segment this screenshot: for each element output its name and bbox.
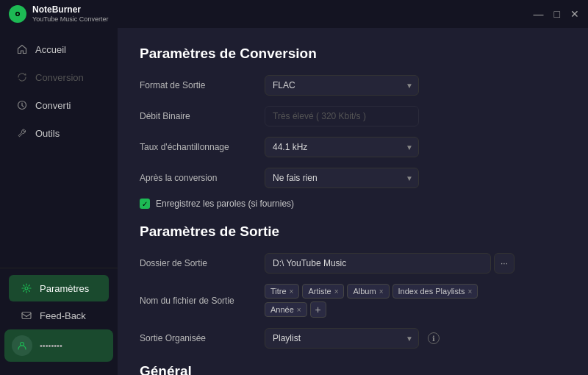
app-name: NoteBurner [32,4,108,15]
dossier-sortie-row: Dossier de Sortie ··· [140,253,566,274]
apres-conversion-select[interactable]: Ne fais rien Ouvrir le dossier [265,168,419,188]
tag-album-remove[interactable]: × [379,288,384,296]
user-name: •••••••• [40,341,62,350]
debit-binaire-label: Débit Binaire [140,111,265,121]
titlebar-left: NoteBurner YouTube Music Converter [9,4,108,23]
dossier-sortie-input[interactable] [265,253,491,274]
sortie-organisee-control: Playlist Artiste Album ▼ ℹ [265,328,440,349]
home-icon [16,43,28,55]
user-avatar [12,335,32,356]
sidebar-item-converti[interactable]: Converti [4,92,113,118]
sidebar-label-converti: Converti [35,100,71,111]
svg-point-2 [17,13,19,15]
app-logo [9,5,26,23]
sidebar-item-feedback[interactable]: Feed-Back [9,302,109,329]
tag-titre-remove[interactable]: × [290,288,294,296]
sidebar-item-outils[interactable]: Outils [4,120,113,146]
app-subtitle: YouTube Music Converter [32,15,108,24]
user-item[interactable]: •••••••• [4,329,113,362]
tag-annee-remove[interactable]: × [297,306,301,314]
tag-artiste-remove[interactable]: × [334,288,339,296]
tag-list: Titre × Artiste × Album × Index des Play… [265,284,514,318]
lyrics-label: Enregistrez les paroles (si fournies) [156,199,294,209]
debit-binaire-control: Très élevé ( 320 Kbit/s ) [265,106,426,126]
taux-echantillonnage-select[interactable]: 44.1 kHz 48 kHz [265,137,419,157]
minimize-button[interactable]: — [534,9,544,19]
taux-echantillonnage-select-wrapper[interactable]: 44.1 kHz 48 kHz ▼ [265,137,419,157]
conversion-section-title: Paramètres de Conversion [140,46,566,62]
debit-binaire-input: Très élevé ( 320 Kbit/s ) [265,106,419,126]
tag-titre: Titre × [265,284,299,299]
sidebar-bottom: Paramètres Feed-Back • [0,268,118,368]
apres-conversion-row: Après la conversion Ne fais rien Ouvrir … [140,168,566,188]
sidebar-item-conversion: Conversion [4,64,113,90]
tag-index: Index des Playlists × [392,284,478,299]
format-sortie-label: Format de Sortie [140,80,265,90]
format-sortie-row: Format de Sortie FLAC MP3 AAC WAV ▼ [140,75,566,96]
lyrics-checkbox[interactable]: ✓ [140,199,150,209]
settings-icon [21,282,32,294]
tools-icon [16,127,28,139]
tag-album: Album × [347,284,389,299]
tag-add-button[interactable]: + [310,301,326,318]
tag-annee: Année × [265,302,307,317]
dossier-sortie-control: ··· [265,253,514,274]
content-area: Paramètres de Conversion Format de Sorti… [118,28,588,375]
lyrics-checkbox-row: ✓ Enregistrez les paroles (si fournies) [140,199,566,209]
titlebar: NoteBurner YouTube Music Converter — □ ✕ [0,0,588,28]
format-sortie-select[interactable]: FLAC MP3 AAC WAV [265,75,419,96]
format-sortie-control: FLAC MP3 AAC WAV ▼ [265,75,426,96]
sortie-organisee-select[interactable]: Playlist Artiste Album [265,328,419,349]
feedback-icon [21,310,32,321]
tag-index-remove[interactable]: × [468,288,473,296]
info-icon[interactable]: ℹ [428,332,440,344]
titlebar-controls: — □ ✕ [534,9,579,19]
main-layout: Accueil Conversion Converti [0,28,588,375]
apres-conversion-control: Ne fais rien Ouvrir le dossier ▼ [265,168,426,188]
nom-fichier-row: Nom du fichier de Sortie Titre × Artiste… [140,284,566,318]
browse-button[interactable]: ··· [494,253,514,274]
sidebar-item-parametres[interactable]: Paramètres [9,275,109,301]
taux-echantillonnage-label: Taux d'échantillonnage [140,142,265,152]
maximize-button[interactable]: □ [554,9,560,19]
sidebar-label-parametres: Paramètres [40,283,89,294]
format-sortie-select-wrapper[interactable]: FLAC MP3 AAC WAV ▼ [265,75,419,96]
converti-icon [16,99,28,111]
apres-conversion-label: Après la conversion [140,173,265,183]
dossier-sortie-label: Dossier de Sortie [140,258,265,268]
app-title-block: NoteBurner YouTube Music Converter [32,4,108,23]
close-button[interactable]: ✕ [570,9,579,19]
taux-echantillonnage-row: Taux d'échantillonnage 44.1 kHz 48 kHz ▼ [140,137,566,157]
sidebar-label-feedback: Feed-Back [40,310,86,321]
debit-binaire-row: Débit Binaire Très élevé ( 320 Kbit/s ) [140,106,566,126]
svg-rect-5 [22,312,31,319]
tag-artiste: Artiste × [302,284,344,299]
conversion-icon [16,71,28,83]
taux-echantillonnage-control: 44.1 kHz 48 kHz ▼ [265,137,426,157]
nom-fichier-label: Nom du fichier de Sortie [140,296,265,306]
sidebar-label-accueil: Accueil [35,44,66,55]
sidebar-item-accueil[interactable]: Accueil [4,36,113,63]
apres-conversion-select-wrapper[interactable]: Ne fais rien Ouvrir le dossier ▼ [265,168,419,188]
general-section-title: Général [140,363,566,375]
sidebar-label-conversion: Conversion [35,72,84,83]
sortie-organisee-label: Sortie Organisée [140,333,265,343]
svg-point-4 [25,287,28,290]
sidebar: Accueil Conversion Converti [0,28,118,375]
output-section-title: Paramètres de Sortie [140,224,566,240]
sortie-organisee-row: Sortie Organisée Playlist Artiste Album … [140,328,566,349]
sortie-organisee-select-wrapper[interactable]: Playlist Artiste Album ▼ [265,328,419,349]
sidebar-label-outils: Outils [35,128,60,139]
